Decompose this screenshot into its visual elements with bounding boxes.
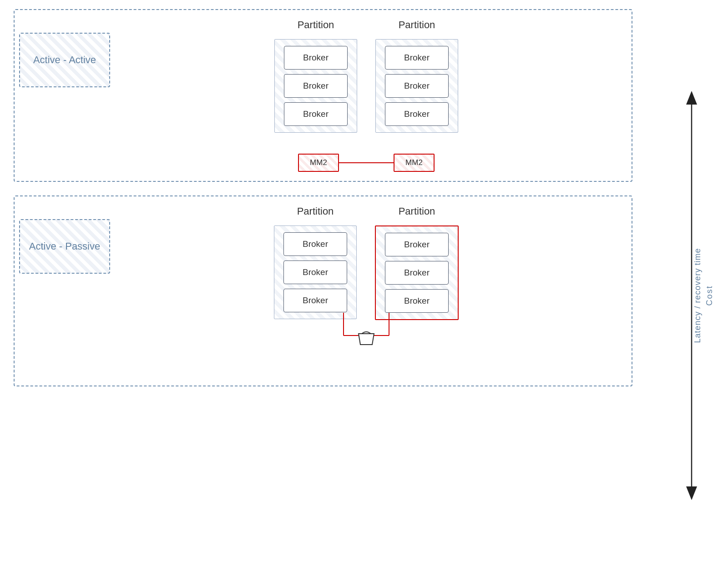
- top-right-broker-2: Broker: [385, 74, 449, 98]
- mm2-right: MM2: [394, 154, 435, 172]
- bottom-left-broker-1: Broker: [283, 232, 347, 256]
- bottom-right-broker-1: Broker: [385, 233, 449, 256]
- latency-label: Latency / recovery time: [693, 248, 703, 343]
- active-active-section: Active - Active Partition Broker Broker …: [14, 9, 632, 182]
- main-container: Active - Active Partition Broker Broker …: [14, 9, 714, 582]
- bottom-right-partition-bg: Broker Broker Broker: [375, 225, 459, 320]
- bucket-area: [110, 313, 622, 349]
- bottom-left-partition-bg: Broker Broker Broker: [274, 225, 357, 319]
- bottom-left-partition-title: Partition: [297, 205, 334, 217]
- cost-label: Cost: [705, 285, 714, 306]
- bottom-right-broker-3: Broker: [385, 289, 449, 313]
- active-passive-section: Active - Passive Partition Broker Broker…: [14, 195, 632, 386]
- top-left-partition-bg: Broker Broker Broker: [274, 39, 357, 133]
- top-left-broker-3: Broker: [284, 102, 348, 126]
- bottom-left-broker-2: Broker: [283, 260, 347, 284]
- top-right-broker-1: Broker: [385, 46, 449, 70]
- bottom-right-partition-title: Partition: [399, 205, 435, 217]
- bucket-svg: [289, 313, 444, 349]
- diagrams-area: Active - Active Partition Broker Broker …: [14, 9, 669, 582]
- top-right-partition-title: Partition: [399, 19, 435, 31]
- top-left-partition-group: Partition Broker Broker Broker: [274, 19, 357, 152]
- top-left-partition-title: Partition: [298, 19, 334, 31]
- active-passive-label-box: Active - Passive: [19, 219, 110, 274]
- active-passive-label: Active - Passive: [25, 236, 105, 257]
- mm2-row: MM2 MM2: [110, 154, 622, 172]
- bottom-left-broker-3: Broker: [283, 289, 347, 312]
- cost-arrow-container: Cost Latency / recovery time: [669, 9, 714, 582]
- mm2-left: MM2: [298, 154, 339, 172]
- arrow-up-head: [686, 91, 697, 105]
- bottom-right-broker-2: Broker: [385, 261, 449, 285]
- top-right-broker-3: Broker: [385, 102, 449, 126]
- top-partitions-area: Partition Broker Broker Broker Partition…: [274, 19, 458, 152]
- top-right-partition-group: Partition Broker Broker Broker: [375, 19, 458, 152]
- arrow-down-head: [686, 486, 697, 500]
- top-right-partition-bg: Broker Broker Broker: [375, 39, 458, 133]
- active-active-label-box: Active - Active: [19, 33, 110, 87]
- active-active-label: Active - Active: [29, 50, 101, 70]
- mm2-connector-line: [339, 162, 394, 163]
- top-left-broker-2: Broker: [284, 74, 348, 98]
- top-left-broker-1: Broker: [284, 46, 348, 70]
